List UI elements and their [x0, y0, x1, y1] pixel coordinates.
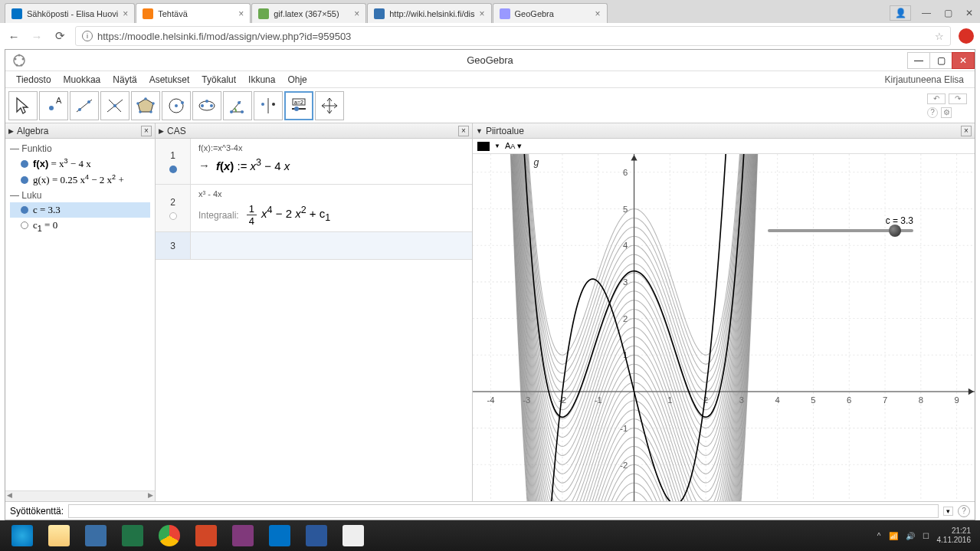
bookmark-star-icon[interactable]: ☆: [935, 31, 944, 42]
algebra-panel-header[interactable]: ▶ Algebra ×: [5, 123, 155, 139]
dropdown-arrow-icon[interactable]: ▼: [494, 143, 500, 149]
close-icon[interactable]: ✕: [959, 5, 980, 21]
tray-up-icon[interactable]: ^: [877, 532, 881, 540]
cas-panel-header[interactable]: ▶ CAS ×: [156, 123, 472, 139]
input-help-icon[interactable]: ?: [958, 505, 970, 517]
menu-item[interactable]: Tiedosto: [10, 73, 57, 87]
browser-tab[interactable]: gif.latex (367×55) ×: [251, 3, 366, 23]
tool-slider[interactable]: a=2: [284, 91, 313, 120]
tab-close-icon[interactable]: ×: [349, 8, 359, 19]
user-icon[interactable]: 👤: [890, 5, 911, 21]
cas-input[interactable]: f(x):=x^3-4x: [198, 143, 464, 153]
site-info-icon[interactable]: i: [82, 31, 93, 41]
input-dropdown-icon[interactable]: ▾: [943, 507, 953, 516]
visibility-dot-icon[interactable]: [21, 176, 28, 184]
browser-tab[interactable]: Tehtävä ×: [136, 3, 251, 23]
task-chrome[interactable]: [152, 523, 187, 549]
algebra-group[interactable]: — Funktio: [10, 143, 150, 154]
back-button[interactable]: ←: [6, 28, 21, 44]
settings-button[interactable]: ⚙: [941, 107, 952, 118]
gg-close-button[interactable]: ✕: [952, 52, 975, 69]
task-onenote[interactable]: [225, 523, 261, 549]
undo-button[interactable]: ↶: [927, 93, 946, 104]
tool-move[interactable]: [8, 91, 38, 120]
algebra-item[interactable]: g(x) = 0.25 x4 − 2 x2 +: [10, 172, 150, 188]
login-status[interactable]: Kirjautuneena Elisa: [885, 74, 970, 85]
task-powerpoint[interactable]: [188, 523, 224, 549]
task-explorer[interactable]: [41, 523, 77, 549]
tool-ellipse[interactable]: [192, 91, 221, 120]
menu-item[interactable]: Työkalut: [195, 73, 242, 87]
url-input[interactable]: i https://moodle.helsinki.fi/mod/assign/…: [75, 26, 951, 46]
system-tray[interactable]: ^ 📶 🔊 ☐ 21:21 4.11.2016: [877, 526, 975, 545]
menu-item[interactable]: Ohje: [281, 73, 313, 87]
slider-thumb[interactable]: [889, 225, 901, 237]
tool-line[interactable]: [70, 91, 99, 120]
collapse-arrow-icon[interactable]: ▶: [8, 127, 14, 135]
graphics-panel-header[interactable]: ▼ Piirtoalue ×: [473, 123, 975, 139]
tool-polygon[interactable]: [131, 91, 160, 120]
input-field[interactable]: [68, 504, 939, 518]
menu-item[interactable]: Näytä: [107, 73, 143, 87]
menu-item[interactable]: Ikkuna: [242, 73, 281, 87]
graphics-view[interactable]: -4-3-2-1123456789-2-1123456g c = 3.3: [473, 154, 975, 501]
panel-close-icon[interactable]: ×: [141, 126, 152, 136]
color-picker[interactable]: [477, 142, 490, 151]
reload-button[interactable]: ⟳: [52, 28, 67, 44]
minimize-icon[interactable]: —: [916, 5, 937, 21]
tab-close-icon[interactable]: ×: [234, 8, 244, 19]
browser-tab[interactable]: http://wiki.helsinki.fi/dis ×: [367, 3, 491, 23]
wifi-icon[interactable]: 📶: [889, 532, 898, 540]
cas-input[interactable]: x³ - 4x: [198, 189, 464, 198]
task-geogebra[interactable]: [336, 523, 371, 549]
task-excel[interactable]: [115, 523, 150, 549]
algebra-item[interactable]: f(x) = x3 − 4 x: [10, 156, 150, 172]
algebra-item[interactable]: c = 3.3: [10, 202, 150, 218]
tool-angle[interactable]: [223, 91, 252, 120]
algebra-item[interactable]: c1 = 0: [10, 218, 150, 235]
menu-item[interactable]: Muokkaa: [57, 73, 107, 87]
tool-point[interactable]: A: [39, 91, 68, 120]
forward-button[interactable]: →: [29, 28, 44, 44]
gg-minimize-button[interactable]: —: [907, 52, 930, 69]
browser-tab[interactable]: Sähköposti - Elisa Huovi ×: [5, 3, 135, 23]
cas-row[interactable]: 2 x³ - 4x Integraali: 14 x4 − 2 x2 + c1: [156, 185, 472, 232]
slider-track[interactable]: [768, 229, 913, 232]
text-size-button[interactable]: AA ▾: [505, 141, 523, 151]
tool-perpendicular[interactable]: [100, 91, 129, 120]
panel-close-icon[interactable]: ×: [961, 126, 972, 136]
algebra-scrollbar[interactable]: ◀▶: [5, 490, 155, 501]
task-word[interactable]: [299, 523, 334, 549]
extension-icon[interactable]: [959, 28, 974, 44]
menu-item[interactable]: Asetukset: [143, 73, 196, 87]
svg-text:6: 6: [623, 168, 628, 177]
task-outlook[interactable]: [262, 523, 297, 549]
task-app[interactable]: [78, 523, 113, 549]
tab-close-icon[interactable]: ×: [591, 8, 601, 19]
gg-maximize-button[interactable]: ▢: [929, 52, 952, 69]
cas-row[interactable]: 1 f(x):=x^3-4x → f(x) := x3 − 4 x: [156, 139, 472, 185]
battery-icon[interactable]: ☐: [923, 532, 929, 540]
collapse-arrow-icon[interactable]: ▼: [476, 127, 483, 135]
volume-icon[interactable]: 🔊: [906, 532, 915, 540]
task-ie[interactable]: [5, 523, 40, 549]
tab-close-icon[interactable]: ×: [118, 8, 128, 19]
tool-reflect[interactable]: [254, 91, 283, 120]
collapse-arrow-icon[interactable]: ▶: [159, 127, 164, 135]
browser-tab[interactable]: GeoGebra ×: [493, 3, 608, 23]
slider-c[interactable]: c = 3.3: [768, 215, 913, 232]
visibility-dot-icon[interactable]: [21, 160, 28, 168]
tab-close-icon[interactable]: ×: [475, 8, 485, 19]
tool-move-view[interactable]: [315, 91, 344, 120]
redo-button[interactable]: ↷: [949, 93, 967, 104]
panel-close-icon[interactable]: ×: [458, 126, 469, 136]
algebra-group[interactable]: — Luku: [10, 190, 150, 201]
cas-row[interactable]: 3: [156, 232, 472, 260]
tool-circle[interactable]: [162, 91, 191, 120]
visibility-dot-icon[interactable]: [21, 221, 28, 229]
cas-dot-icon[interactable]: [169, 166, 177, 173]
visibility-dot-icon[interactable]: [21, 206, 28, 214]
help-button[interactable]: ?: [927, 107, 938, 118]
maximize-icon[interactable]: ▢: [937, 5, 959, 21]
cas-dot-icon[interactable]: [169, 212, 177, 220]
